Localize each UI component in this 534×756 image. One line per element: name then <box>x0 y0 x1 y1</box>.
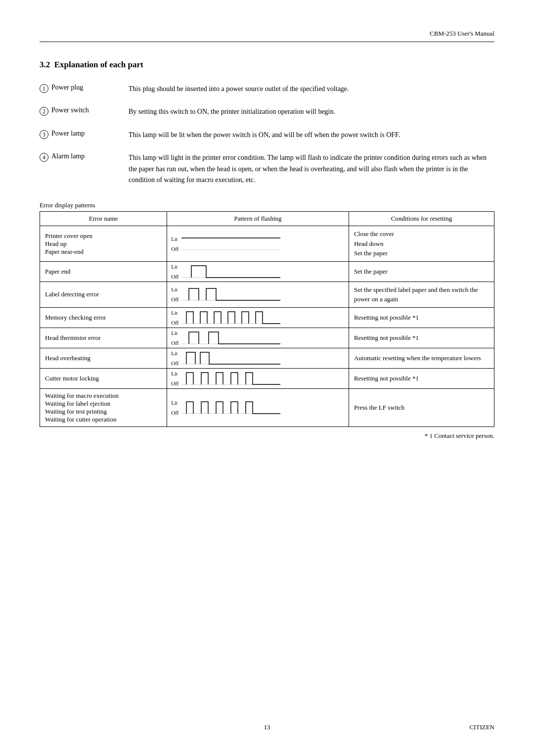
waveform-container: LitOff <box>171 264 345 280</box>
reset-condition-cell: Set the specified label paper and then s… <box>349 282 494 307</box>
waveform-container: LitOff <box>171 310 345 326</box>
pattern-cell: LitOff <box>167 261 349 282</box>
item-row: 3 Power lamp This lamp will be lit when … <box>40 130 494 141</box>
item-name: Power switch <box>51 106 89 114</box>
error-table-label: Error display patterns <box>40 201 494 209</box>
reset-condition-cell: Resetting not possible *1 <box>349 328 494 348</box>
waveform-svg <box>181 330 280 346</box>
lit-label: Lit <box>171 330 178 336</box>
lit-label: Lit <box>171 371 178 377</box>
reset-condition-cell: Resetting not possible *1 <box>349 368 494 388</box>
waveform-svg <box>181 236 280 252</box>
off-label: Off <box>171 296 178 302</box>
error-name-cell: Printer cover open Head up Paper near-en… <box>40 226 167 262</box>
off-label: Off <box>171 380 178 386</box>
item-row: 2 Power switch By setting this switch to… <box>40 106 494 117</box>
off-label: Off <box>171 410 178 416</box>
waveform-svg <box>181 286 280 302</box>
waveform-container: LitOff <box>171 236 345 252</box>
off-label: Off <box>171 320 178 326</box>
page: CBM-253 User's Manual 3.2 Explanation of… <box>0 0 534 756</box>
error-name-cell: Cutter motor locking <box>40 368 167 388</box>
lit-label: Lit <box>171 350 178 356</box>
item-number: 3 <box>40 130 48 139</box>
waveform-svg <box>181 310 280 326</box>
waveform-container: LitOff <box>171 371 345 386</box>
pattern-cell: LitOff <box>167 226 349 262</box>
lit-label: Lit <box>171 310 178 316</box>
reset-condition-cell: Set the paper <box>349 261 494 282</box>
col-error-name: Error name <box>40 212 167 226</box>
error-section: Error display patterns Error name Patter… <box>40 201 494 440</box>
reset-condition-cell: Resetting not possible *1 <box>349 307 494 328</box>
item-label: 2 Power switch <box>40 106 129 116</box>
footer-brand: CITIZEN <box>469 723 494 731</box>
col-pattern: Pattern of flashing <box>167 212 349 226</box>
section-number: 3.2 <box>40 60 50 69</box>
waveform-svg <box>181 400 280 416</box>
item-number: 1 <box>40 84 48 93</box>
error-name-cell: Waiting for macro execution Waiting for … <box>40 388 167 426</box>
error-name-cell: Head thermistor error <box>40 328 167 348</box>
item-row: 1 Power plug This plug should be inserte… <box>40 84 494 94</box>
item-description: By setting this switch to ON, the printe… <box>129 106 494 117</box>
pattern-cell: LitOff <box>167 282 349 307</box>
reset-condition-cell: Close the cover Head down Set the paper <box>349 226 494 262</box>
waveform-container: LitOff <box>171 350 345 366</box>
item-row: 4 Alarm lamp This lamp will light in the… <box>40 152 494 186</box>
error-name-cell: Memory checking error <box>40 307 167 328</box>
lit-label: Lit <box>171 286 178 292</box>
reset-condition-cell: Automatic resetting when the temperature… <box>349 348 494 368</box>
item-name: Power plug <box>51 84 83 92</box>
item-label: 3 Power lamp <box>40 130 129 139</box>
table-row: Cutter motor lockingLitOff Resetting not… <box>40 368 494 388</box>
footer-page: 13 <box>264 723 270 731</box>
item-number: 4 <box>40 153 48 162</box>
error-name-cell: Label detecting error <box>40 282 167 307</box>
item-number: 2 <box>40 107 48 116</box>
table-row: Memory checking errorLitOff Resetting no… <box>40 307 494 328</box>
off-label: Off <box>171 274 178 280</box>
off-label: Off <box>171 340 178 346</box>
waveform-container: LitOff <box>171 400 345 416</box>
item-description: This lamp will light in the printer erro… <box>129 152 494 186</box>
footer: 13 CITIZEN <box>40 723 494 731</box>
lit-label: Lit <box>171 400 178 406</box>
col-reset: Conditions for resetting <box>349 212 494 226</box>
off-label: Off <box>171 360 178 366</box>
header-divider <box>40 42 494 42</box>
table-row: Printer cover open Head up Paper near-en… <box>40 226 494 262</box>
waveform-svg <box>181 264 280 280</box>
lit-label: Lit <box>171 264 178 270</box>
lit-label: Lit <box>171 236 178 242</box>
manual-title: CBM-253 User's Manual <box>430 30 494 37</box>
items-list: 1 Power plug This plug should be inserte… <box>40 84 494 186</box>
error-table: Error name Pattern of flashing Condition… <box>40 211 494 427</box>
pattern-cell: LitOff <box>167 368 349 388</box>
pattern-cell: LitOff <box>167 307 349 328</box>
error-name-cell: Paper end <box>40 261 167 282</box>
table-row: Head overheatingLitOff Automatic resetti… <box>40 348 494 368</box>
item-label: 1 Power plug <box>40 84 129 93</box>
pattern-cell: LitOff <box>167 328 349 348</box>
item-name: Power lamp <box>51 130 85 138</box>
table-row: Label detecting errorLitOff Set the spec… <box>40 282 494 307</box>
table-row: Waiting for macro execution Waiting for … <box>40 388 494 426</box>
table-row: Paper endLitOff Set the paper <box>40 261 494 282</box>
waveform-container: LitOff <box>171 286 345 302</box>
error-name-cell: Head overheating <box>40 348 167 368</box>
off-label: Off <box>171 246 178 252</box>
item-name: Alarm lamp <box>51 152 85 160</box>
waveform-container: LitOff <box>171 330 345 346</box>
waveform-svg <box>181 371 280 386</box>
pattern-cell: LitOff <box>167 388 349 426</box>
footnote: * 1 Contact service person. <box>40 432 494 440</box>
item-description: This plug should be inserted into a powe… <box>129 84 494 94</box>
reset-condition-cell: Press the LF switch <box>349 388 494 426</box>
waveform-svg <box>181 350 280 366</box>
item-description: This lamp will be lit when the power swi… <box>129 130 494 141</box>
item-label: 4 Alarm lamp <box>40 152 129 162</box>
section-heading: Explanation of each part <box>54 60 143 69</box>
pattern-cell: LitOff <box>167 348 349 368</box>
section-title: 3.2 Explanation of each part <box>40 60 494 70</box>
